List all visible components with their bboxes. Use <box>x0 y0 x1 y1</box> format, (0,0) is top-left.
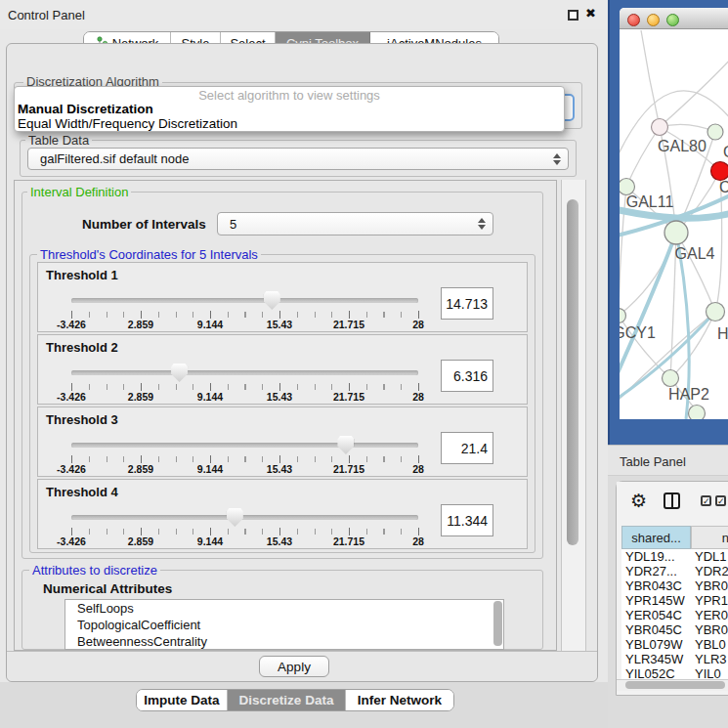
list-item[interactable]: TopologicalCoefficient <box>65 617 503 633</box>
column-header-shared[interactable]: shared... <box>621 526 691 549</box>
tick-label: 9.144 <box>197 535 223 547</box>
control-panel-titlebar: Control Panel ✖ <box>0 0 608 29</box>
menu-item-equal-width-frequency[interactable]: Equal Width/Frequency Discretization <box>18 116 237 131</box>
list-scrollbar-thumb[interactable] <box>493 601 502 646</box>
slider-track[interactable] <box>71 298 418 303</box>
threshold-slider[interactable] <box>71 364 418 383</box>
tick-label: 28 <box>412 535 424 547</box>
gear-icon[interactable]: ⚙ <box>630 490 647 512</box>
threshold-row: Threshold 3 -3.426 2.859 9.144 15.43 21.… <box>37 407 528 477</box>
table-row[interactable]: YDR27...YDR2 <box>621 564 728 578</box>
table-row[interactable]: YIL052CYIL0 <box>621 666 728 679</box>
float-window-icon[interactable] <box>568 10 578 21</box>
threshold-label: Threshold 1 <box>46 268 118 282</box>
threshold-value-field[interactable]: 14.713 <box>441 287 493 320</box>
table-row[interactable]: YER054CYER0 <box>621 608 728 622</box>
table-data-combobox[interactable]: galFiltered.sif default node <box>27 148 569 170</box>
slider-thumb[interactable] <box>337 436 354 454</box>
network-graph: GAL80 GA C GAL11 GAL4 GCY1 H HAP2 <box>620 30 728 419</box>
tick-label: 28 <box>412 391 424 403</box>
numerical-attributes-list[interactable]: SelfLoops TopologicalCoefficient Between… <box>64 599 504 650</box>
stepper-icon <box>478 218 486 230</box>
slider-track[interactable] <box>71 443 418 448</box>
threshold-slider[interactable] <box>71 508 418 528</box>
table-panel-title: Table Panel <box>620 454 686 469</box>
slider-track[interactable] <box>71 515 418 520</box>
zoom-traffic-light[interactable] <box>666 14 679 26</box>
tick-label: 28 <box>412 463 424 475</box>
tick-label: 21.715 <box>333 463 364 475</box>
table-row[interactable]: YLR345WYLR3 <box>621 652 728 666</box>
cyni-mode-tabs: Impute Data Discretize Data Infer Networ… <box>136 689 454 711</box>
slider-thumb[interactable] <box>264 291 280 310</box>
close-traffic-light[interactable] <box>627 14 640 26</box>
tick-label: 2.859 <box>128 535 153 547</box>
network-node[interactable] <box>663 370 679 387</box>
panel-title: Control Panel <box>8 8 85 22</box>
tick-label: 21.715 <box>333 319 364 330</box>
checkbox-icon[interactable]: ✓ <box>715 495 726 506</box>
table-row[interactable]: YDL19...YDL1 <box>621 549 728 564</box>
threshold-label: Threshold 3 <box>46 412 118 427</box>
tick-label: 15.43 <box>267 391 292 403</box>
number-of-intervals-label: Number of Intervals <box>82 217 206 232</box>
list-item[interactable]: BetweennessCentrality <box>65 633 503 650</box>
minimize-traffic-light[interactable] <box>647 14 660 26</box>
threshold-label: Threshold 4 <box>46 485 118 499</box>
slider-thumb[interactable] <box>171 364 188 382</box>
network-node[interactable] <box>707 303 725 321</box>
threshold-row: Threshold 4 -3.426 2.859 9.144 15.43 21.… <box>37 479 528 549</box>
table-data-combobox-value: galFiltered.sif default node <box>40 151 189 166</box>
app-root: Control Panel ✖ Network Style Select Cyn… <box>0 0 728 728</box>
node-label: HAP2 <box>668 386 709 403</box>
table-row[interactable]: YBR045CYBR0 <box>621 622 728 637</box>
node-label: GCY1 <box>620 324 656 341</box>
network-node[interactable] <box>620 179 635 195</box>
slider-track[interactable] <box>71 370 418 375</box>
tick-label: -3.426 <box>57 319 86 330</box>
table-row[interactable]: YBL079WYBL0 <box>621 637 728 652</box>
numerical-attributes-label: Numerical Attributes <box>43 581 172 596</box>
table-hscrollbar-thumb[interactable] <box>625 681 725 689</box>
network-node[interactable] <box>652 119 668 136</box>
network-window-titlebar[interactable] <box>620 8 728 29</box>
threshold-slider[interactable] <box>71 436 418 455</box>
threshold-value-field[interactable]: 21.4 <box>441 432 493 464</box>
network-node[interactable] <box>707 124 723 140</box>
network-node[interactable] <box>664 221 688 244</box>
close-icon[interactable]: ✖ <box>585 6 596 21</box>
checkbox-icon[interactable]: ✓ <box>701 495 711 506</box>
threshold-label: Threshold 2 <box>46 340 118 355</box>
slider-ticks <box>71 529 419 535</box>
threshold-value-field[interactable]: 11.344 <box>441 504 493 536</box>
tick-label: 21.715 <box>333 535 364 547</box>
table-toolbar: ⚙ ✓ ✓ <box>617 482 728 525</box>
node-label: H <box>717 325 728 342</box>
node-label: GAL11 <box>626 193 674 210</box>
table-panel-header: Table Panel <box>608 445 728 476</box>
number-of-intervals-combobox[interactable]: 5 <box>217 212 493 236</box>
menu-item-manual-discretization[interactable]: Manual Discretization <box>18 102 153 116</box>
tab-discretize-data[interactable]: Discretize Data <box>228 690 346 710</box>
threshold-slider[interactable] <box>71 291 418 311</box>
list-item[interactable]: SelfLoops <box>65 600 503 617</box>
table-row[interactable]: YBR043CYBR0 <box>621 578 728 593</box>
tick-label: 15.43 <box>267 319 292 330</box>
split-columns-icon[interactable] <box>664 492 680 509</box>
tick-label: 2.859 <box>128 391 153 403</box>
network-node-selected[interactable] <box>711 162 728 181</box>
panel-scrollbar-thumb[interactable] <box>567 199 578 545</box>
tab-impute-data[interactable]: Impute Data <box>137 690 228 710</box>
tab-infer-network[interactable]: Infer Network <box>346 690 453 710</box>
table-rows: YDL19...YDL1 YDR27...YDR2 YBR043CYBR0 YP… <box>621 549 728 679</box>
tick-label: 15.43 <box>267 535 292 547</box>
slider-thumb[interactable] <box>227 508 243 527</box>
network-node[interactable] <box>689 406 706 420</box>
column-header-name[interactable]: name <box>691 526 728 549</box>
threshold-value-field[interactable]: 6.316 <box>441 360 493 392</box>
apply-button[interactable]: Apply <box>259 656 329 677</box>
node-label: GA <box>723 144 728 160</box>
tick-label: 15.43 <box>267 463 292 475</box>
table-row[interactable]: YPR145WYPR1 <box>621 593 728 608</box>
network-canvas[interactable]: GAL80 GA C GAL11 GAL4 GCY1 H HAP2 <box>620 30 728 419</box>
